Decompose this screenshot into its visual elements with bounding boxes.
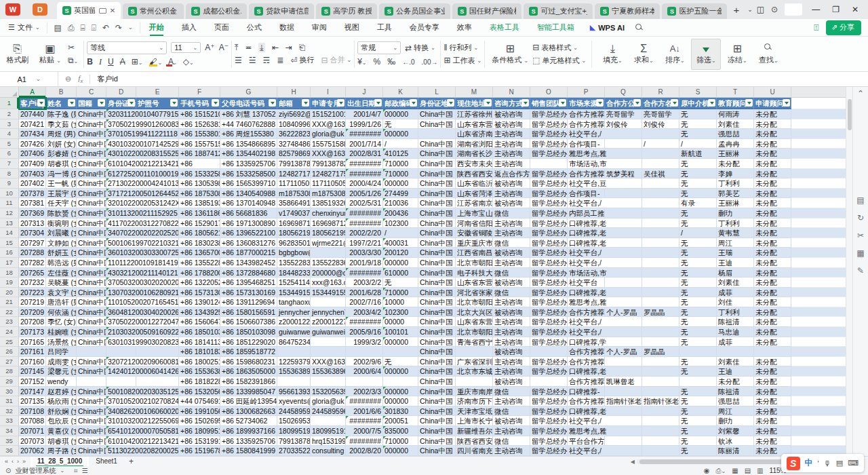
cell-r36-c13[interactable]: 主动咨询 <box>493 446 530 456</box>
cell-r28-c20[interactable]: 未分配 <box>754 366 791 377</box>
cell-r12-c19[interactable]: 蒯玏 <box>717 208 754 218</box>
row-header-6[interactable]: 6 <box>0 149 19 159</box>
cell-r30-c18[interactable]: 无 <box>679 387 717 397</box>
row-header-16[interactable]: 16 <box>0 248 19 258</box>
cell-r21-c5[interactable]: +86 13901242 <box>179 297 220 307</box>
cell-r3-c5[interactable]: +86 15263810 <box>179 119 220 130</box>
cell-r34-c11[interactable]: China中国 <box>418 426 456 436</box>
print-preview-icon[interactable]: ⎙⌄ <box>716 467 726 475</box>
cell-r24-c18[interactable]: 无 <box>679 327 717 337</box>
cell-r24-c1[interactable]: 桂婉唯 (女 <box>46 327 77 337</box>
cell-r9-c3[interactable]: 271302200004241013 <box>106 178 179 189</box>
row-header-8[interactable]: 8 <box>0 169 19 179</box>
cell-r24-c2[interactable]: China中国 <box>77 327 106 337</box>
tab-close-icon[interactable]: ✕ <box>110 7 115 14</box>
cell-r23-c14[interactable]: 留学总经办 <box>530 317 568 327</box>
cell-r28-c18[interactable]: 无 <box>679 366 717 377</box>
search-icon[interactable] <box>635 24 643 31</box>
row-header-9[interactable]: 9 <box>0 178 19 189</box>
row-header-26[interactable]: 26 <box>0 347 19 357</box>
cell-r31-c5[interactable]: +44 07546918 <box>179 396 220 406</box>
cell-r15-c13[interactable]: 微信 <box>493 238 530 248</box>
align-bottom-icon[interactable]: ⤓ <box>258 43 264 52</box>
cell-r2-c2[interactable]: China中国 <box>77 109 106 119</box>
cell-r35-c20[interactable]: 未分配 <box>754 436 791 446</box>
cell-r21-c3[interactable]: 110105200207165451 <box>106 297 179 307</box>
cell-r23-c7[interactable]: z20001227 <box>277 317 311 327</box>
row-header-4[interactable]: 4 <box>0 129 19 139</box>
quick-access-caret-icon[interactable]: ⌄ <box>128 24 133 31</box>
cell-r23-c15[interactable]: 社交平台,/ <box>568 317 642 327</box>
cell-r26-c5[interactable]: +86 18101832 <box>179 347 220 357</box>
cell-r16-c10[interactable]: 200120 <box>383 248 418 258</box>
row-header-35[interactable]: 35 <box>0 436 19 446</box>
cell-r25-c13[interactable]: 主动咨询 <box>493 337 530 347</box>
header-cell-17[interactable]: 合作方名 <box>642 98 679 109</box>
column-header-R[interactable]: R <box>642 87 679 97</box>
cell-r15-c11[interactable]: China中国 <box>418 238 456 248</box>
cell-r35-c11[interactable]: China中国 <box>418 436 456 446</box>
row-header-2[interactable]: 2 <box>0 109 19 119</box>
cell-r24-c3[interactable]: 210303200509160922 <box>106 327 179 337</box>
cell-r29-c2[interactable] <box>77 377 106 387</box>
cell-r9-c11[interactable]: China中国 <box>418 178 456 189</box>
cell-r12-c16[interactable] <box>605 208 642 218</box>
file-tab-6[interactable]: S国任财产保险样本.x <box>452 3 522 19</box>
cell-r27-c16[interactable] <box>605 357 642 367</box>
cell-r11-c14[interactable]: 留学总经办 <box>530 198 568 208</box>
cell-r5-c20[interactable]: 未分配 <box>754 139 791 149</box>
cell-r8-c10[interactable]: 710000 <box>383 169 418 179</box>
cell-r10-c16[interactable] <box>605 189 642 199</box>
header-cell-19[interactable]: 教育顾问 <box>717 98 754 109</box>
cell-r30-c1[interactable]: 赵君婷 (女 <box>46 387 77 397</box>
cell-r19-c3[interactable]: 370503200302020020 <box>106 278 179 288</box>
cell-r13-c10[interactable]: 102300 <box>383 218 418 229</box>
filter-button[interactable]: 筛选⌄ <box>691 39 721 70</box>
select-all-corner[interactable] <box>0 87 19 98</box>
cell-r20-c5[interactable]: +86 15731301 <box>179 288 220 298</box>
cell-r31-c20[interactable]: 未分配 <box>754 396 791 406</box>
cell-r30-c14[interactable]: 留学总经办 <box>530 387 568 397</box>
cell-r7-c12[interactable]: 西安市未央 <box>456 159 493 169</box>
cell-r4-c7[interactable]: 362228235 <box>277 129 311 139</box>
cell-r7-c5[interactable]: +86 <box>179 159 220 169</box>
cell-r31-c8[interactable]: gloria@uk <box>311 396 346 406</box>
cell-r22-c20[interactable]: 未分配 <box>754 307 791 318</box>
cell-r32-c13[interactable]: 微信 <box>493 406 530 417</box>
cell-r9-c10[interactable]: 000000 <box>383 178 418 189</box>
cell-r6-c19[interactable]: 王丽淋 <box>717 149 754 159</box>
cell-r14-c12[interactable]: 安徽省铜陵 <box>456 228 493 238</box>
cell-r24-c5[interactable]: +86 18501030 <box>179 327 220 337</box>
cell-r3-c12[interactable]: 山东省东营 <box>456 119 493 130</box>
cell-r10-c17[interactable] <box>642 189 679 199</box>
filter-dropdown-icon[interactable] <box>37 99 45 107</box>
cell-r2-c12[interactable]: 江苏省徐州 <box>456 109 493 119</box>
cell-r15-c5[interactable]: +86 18302388 <box>179 238 220 248</box>
cell-r24-c11[interactable]: China中国 <box>418 327 456 337</box>
cell-r21-c17[interactable] <box>642 297 679 307</box>
cell-r6-c8[interactable]: XXX@163.c <box>311 149 346 159</box>
cell-r3-c0[interactable]: 207421 <box>19 119 46 130</box>
cell-r22-c12[interactable]: 北京大兴区 <box>456 307 493 318</box>
row-header-27[interactable]: 27 <box>0 357 19 367</box>
cell-r4-c18[interactable]: 无 <box>679 129 717 139</box>
cell-r23-c20[interactable]: 未分配 <box>754 317 791 327</box>
cell-r12-c5[interactable]: +86 13611860 <box>179 208 220 218</box>
cell-r7-c3[interactable]: 610104200212213421 <box>106 159 179 169</box>
cell-r16-c2[interactable]: China中国 <box>77 248 106 258</box>
cell-r22-c10[interactable]: 102300 <box>383 307 418 318</box>
cell-r11-c1[interactable]: 任天宇 (女 <box>46 198 77 208</box>
sidebar-clip-icon[interactable]: ✂ <box>857 227 864 244</box>
cell-r3-c20[interactable]: 未分配 <box>754 119 791 130</box>
cell-r27-c15[interactable]: 合作方推荐 <box>568 357 605 367</box>
cell-r36-c1[interactable]: 周子路 (女 <box>46 446 77 456</box>
cell-r18-c13[interactable]: 微信 <box>493 268 530 278</box>
cell-r22-c14[interactable]: 留学总经办 <box>530 307 568 318</box>
cell-r25-c1[interactable]: 汤景然 (女 <box>46 337 77 347</box>
cell-r31-c16[interactable]: 指南针张老师 <box>605 396 642 406</box>
cell-r23-c3[interactable]: 370502200012272047 <box>106 317 179 327</box>
cell-r4-c2[interactable]: China中国 <box>77 129 106 139</box>
cell-r8-c8[interactable]: 124827175 <box>311 169 346 179</box>
cell-r34-c7[interactable]: 180995191 <box>277 426 311 436</box>
ime-chinese-mode-icon[interactable]: 中 <box>805 457 813 469</box>
